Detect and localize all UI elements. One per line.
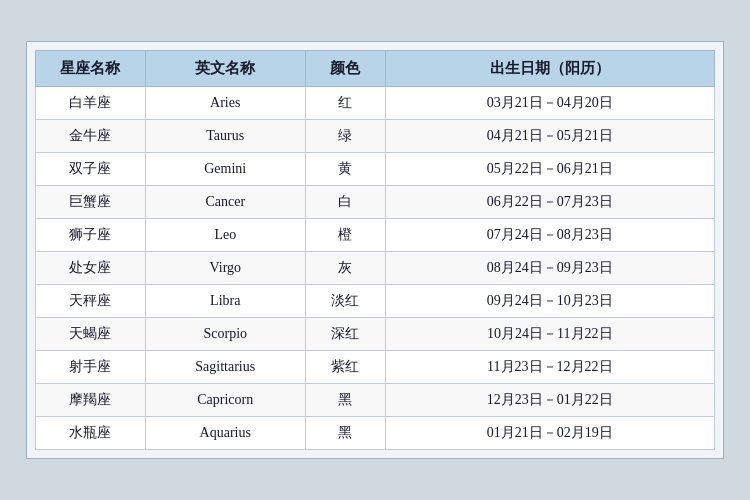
cell-english: Virgo — [145, 252, 305, 285]
cell-date: 03月21日－04月20日 — [385, 87, 714, 120]
header-english: 英文名称 — [145, 51, 305, 87]
cell-date: 07月24日－08月23日 — [385, 219, 714, 252]
cell-color: 紫红 — [305, 351, 385, 384]
cell-color: 淡红 — [305, 285, 385, 318]
cell-color: 黄 — [305, 153, 385, 186]
table-row: 金牛座Taurus绿04月21日－05月21日 — [36, 120, 715, 153]
table-row: 白羊座Aries红03月21日－04月20日 — [36, 87, 715, 120]
header-chinese: 星座名称 — [36, 51, 146, 87]
cell-chinese: 射手座 — [36, 351, 146, 384]
table-header-row: 星座名称 英文名称 颜色 出生日期（阳历） — [36, 51, 715, 87]
header-color: 颜色 — [305, 51, 385, 87]
table-row: 处女座Virgo灰08月24日－09月23日 — [36, 252, 715, 285]
cell-color: 红 — [305, 87, 385, 120]
zodiac-table: 星座名称 英文名称 颜色 出生日期（阳历） 白羊座Aries红03月21日－04… — [35, 50, 715, 450]
cell-chinese: 金牛座 — [36, 120, 146, 153]
table-row: 天秤座Libra淡红09月24日－10月23日 — [36, 285, 715, 318]
cell-color: 绿 — [305, 120, 385, 153]
cell-chinese: 白羊座 — [36, 87, 146, 120]
cell-english: Sagittarius — [145, 351, 305, 384]
cell-date: 04月21日－05月21日 — [385, 120, 714, 153]
cell-english: Capricorn — [145, 384, 305, 417]
cell-date: 12月23日－01月22日 — [385, 384, 714, 417]
table-body: 白羊座Aries红03月21日－04月20日金牛座Taurus绿04月21日－0… — [36, 87, 715, 450]
cell-date: 01月21日－02月19日 — [385, 417, 714, 450]
cell-chinese: 双子座 — [36, 153, 146, 186]
table-row: 天蝎座Scorpio深红10月24日－11月22日 — [36, 318, 715, 351]
cell-color: 灰 — [305, 252, 385, 285]
cell-english: Gemini — [145, 153, 305, 186]
cell-english: Aquarius — [145, 417, 305, 450]
cell-chinese: 水瓶座 — [36, 417, 146, 450]
cell-date: 08月24日－09月23日 — [385, 252, 714, 285]
cell-chinese: 狮子座 — [36, 219, 146, 252]
header-date: 出生日期（阳历） — [385, 51, 714, 87]
cell-date: 11月23日－12月22日 — [385, 351, 714, 384]
cell-date: 10月24日－11月22日 — [385, 318, 714, 351]
cell-color: 橙 — [305, 219, 385, 252]
cell-chinese: 天秤座 — [36, 285, 146, 318]
cell-chinese: 摩羯座 — [36, 384, 146, 417]
cell-chinese: 天蝎座 — [36, 318, 146, 351]
cell-date: 05月22日－06月21日 — [385, 153, 714, 186]
cell-color: 深红 — [305, 318, 385, 351]
cell-english: Taurus — [145, 120, 305, 153]
cell-date: 06月22日－07月23日 — [385, 186, 714, 219]
table-row: 摩羯座Capricorn黑12月23日－01月22日 — [36, 384, 715, 417]
cell-english: Cancer — [145, 186, 305, 219]
table-row: 双子座Gemini黄05月22日－06月21日 — [36, 153, 715, 186]
table-row: 射手座Sagittarius紫红11月23日－12月22日 — [36, 351, 715, 384]
cell-english: Leo — [145, 219, 305, 252]
zodiac-table-container: 星座名称 英文名称 颜色 出生日期（阳历） 白羊座Aries红03月21日－04… — [26, 41, 724, 459]
cell-chinese: 巨蟹座 — [36, 186, 146, 219]
cell-english: Scorpio — [145, 318, 305, 351]
cell-english: Aries — [145, 87, 305, 120]
cell-english: Libra — [145, 285, 305, 318]
cell-date: 09月24日－10月23日 — [385, 285, 714, 318]
cell-chinese: 处女座 — [36, 252, 146, 285]
cell-color: 白 — [305, 186, 385, 219]
table-row: 巨蟹座Cancer白06月22日－07月23日 — [36, 186, 715, 219]
table-row: 水瓶座Aquarius黑01月21日－02月19日 — [36, 417, 715, 450]
cell-color: 黑 — [305, 384, 385, 417]
table-row: 狮子座Leo橙07月24日－08月23日 — [36, 219, 715, 252]
cell-color: 黑 — [305, 417, 385, 450]
